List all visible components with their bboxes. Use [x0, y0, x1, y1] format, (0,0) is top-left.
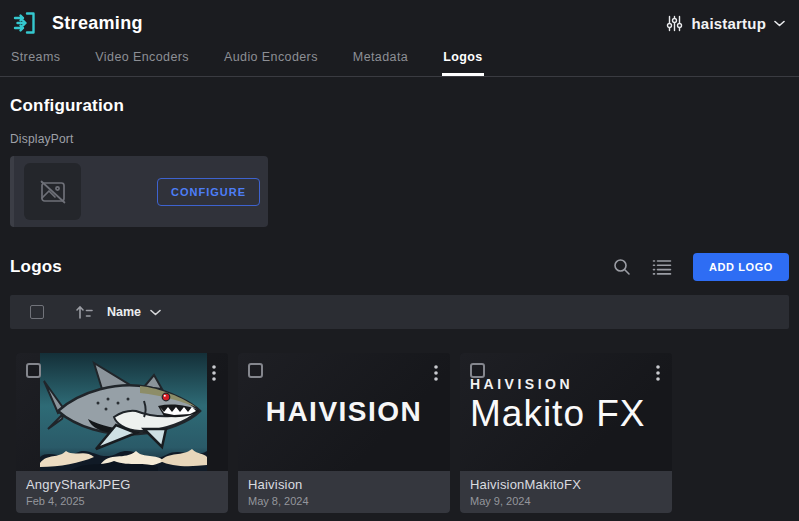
list-view-icon — [652, 259, 672, 276]
card-menu-button[interactable] — [206, 361, 222, 385]
select-all-checkbox[interactable] — [30, 305, 44, 319]
logo-name: Haivision — [248, 477, 440, 492]
logo-name: HaivisionMakitoFX — [470, 477, 662, 492]
app-header: Streaming haistartup — [0, 0, 799, 46]
logos-list-toolbar: Name — [10, 295, 789, 329]
tab-video-encoders[interactable]: Video Encoders — [94, 46, 190, 74]
add-logo-button[interactable]: ADD LOGO — [693, 253, 789, 281]
card-menu-button[interactable] — [650, 361, 666, 385]
card-menu-button[interactable] — [428, 361, 444, 385]
no-image-icon — [39, 179, 67, 205]
page-title: Streaming — [52, 13, 143, 34]
card-footer: Haivision May 8, 2024 — [238, 471, 450, 513]
search-icon — [613, 258, 631, 276]
logo-card-angryshark: AngrySharkJPEG Feb 4, 2025 — [16, 353, 228, 513]
kebab-menu-icon — [212, 365, 216, 381]
card-checkbox[interactable] — [248, 363, 263, 378]
logo-card-makitofx: HAIVISION Makito FX HaivisionMakitoFX Ma… — [460, 353, 672, 513]
card-checkbox[interactable] — [470, 363, 485, 378]
logo-image-makitofx[interactable]: HAIVISION Makito FX — [460, 353, 672, 471]
card-footer: HaivisionMakitoFX May 9, 2024 — [460, 471, 672, 513]
logo-image-haivision[interactable]: HAIVISION — [238, 353, 450, 471]
chevron-down-icon — [150, 309, 161, 316]
tab-streams[interactable]: Streams — [10, 46, 61, 74]
kebab-menu-icon — [656, 365, 660, 381]
tab-audio-encoders[interactable]: Audio Encoders — [223, 46, 319, 74]
streaming-app-icon — [12, 10, 38, 36]
sort-field-dropdown[interactable]: Name — [107, 305, 161, 319]
card-footer: AngrySharkJPEG Feb 4, 2025 — [16, 471, 228, 513]
chevron-down-icon — [774, 20, 785, 27]
search-button[interactable] — [613, 258, 631, 276]
tab-logos[interactable]: Logos — [442, 46, 484, 74]
username-label: haistartup — [691, 15, 766, 32]
makito-brand-text: HAIVISION — [470, 376, 672, 392]
user-menu[interactable]: haistartup — [666, 15, 785, 32]
makito-product-text: Makito FX — [470, 393, 672, 435]
configuration-heading: Configuration — [10, 96, 789, 116]
card-checkbox[interactable] — [26, 363, 41, 378]
tab-metadata[interactable]: Metadata — [352, 46, 409, 74]
sort-ascending-icon — [75, 304, 94, 320]
displayport-config-panel: CONFIGURE — [10, 156, 268, 227]
sort-direction-button[interactable] — [75, 304, 94, 320]
logo-date: May 9, 2024 — [470, 495, 662, 507]
configure-button[interactable]: CONFIGURE — [157, 178, 260, 206]
haivision-wordmark: HAIVISION — [266, 396, 423, 428]
sort-field-label: Name — [107, 305, 141, 319]
logo-name: AngrySharkJPEG — [26, 477, 218, 492]
list-view-button[interactable] — [652, 259, 672, 276]
device-name-label: DisplayPort — [10, 132, 789, 146]
sliders-icon — [666, 15, 683, 32]
logo-date: Feb 4, 2025 — [26, 495, 218, 507]
logo-preview-thumbnail — [24, 163, 81, 220]
kebab-menu-icon — [434, 365, 438, 381]
logo-image-angryshark[interactable] — [16, 353, 228, 471]
tab-bar: Streams Video Encoders Audio Encoders Me… — [0, 46, 799, 77]
logo-card-haivision: HAIVISION Haivision May 8, 2024 — [238, 353, 450, 513]
logo-card-grid: AngrySharkJPEG Feb 4, 2025 HAIVISION — [16, 353, 789, 513]
logo-date: May 8, 2024 — [248, 495, 440, 507]
angry-shark-image — [40, 353, 207, 471]
logos-heading: Logos — [10, 257, 62, 277]
